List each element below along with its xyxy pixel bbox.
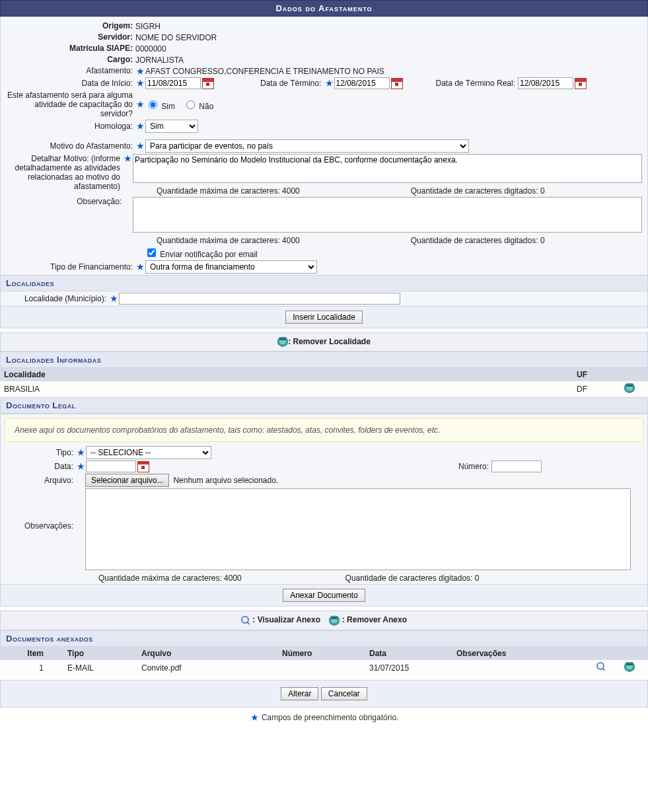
localidade-input[interactable] <box>119 293 400 305</box>
observacao-label: Observação: <box>1 197 124 206</box>
col-obs: Observações <box>452 647 593 660</box>
cell-data: 31/07/2015 <box>365 660 452 676</box>
origem-label: Origem: <box>1 21 135 31</box>
info-text: Anexe aqui os documentos comprobatórios … <box>5 418 643 442</box>
cargo-label: Cargo: <box>1 55 135 65</box>
calendar-icon[interactable] <box>202 78 214 89</box>
financiamento-label: Tipo de Financiamento: <box>1 262 135 272</box>
servidor-value: NOME DO SERVIDOR <box>135 33 217 42</box>
doc-data-input[interactable] <box>86 461 136 472</box>
col-arquivo: Arquivo <box>137 647 278 660</box>
radio-sim[interactable]: Sim <box>145 98 175 111</box>
cell-arquivo: Convite.pdf <box>137 660 278 676</box>
afastamento-label: Afastamento: <box>1 66 135 76</box>
data-termino-real-label: Data de Término Real: <box>436 79 519 89</box>
homologa-select[interactable]: Sim <box>145 120 198 133</box>
calendar-icon[interactable] <box>137 461 149 472</box>
doc-arquivo-label: Arquivo: <box>1 476 76 486</box>
data-termino-input[interactable] <box>334 77 390 89</box>
doc-data-label: Data: <box>1 462 76 472</box>
section-localidades-informadas: Localidades Informadas <box>0 351 648 368</box>
calendar-icon[interactable] <box>391 78 403 89</box>
detalhar-textarea[interactable] <box>133 154 642 183</box>
data-termino-label: Data de Término: <box>260 79 324 89</box>
typed-chars-label: Quantidade de caracteres digitados: 0 <box>411 235 638 245</box>
remove-localidade-icon[interactable] <box>624 383 635 393</box>
col-item: Item <box>0 647 63 660</box>
required-star: ★ <box>135 67 145 76</box>
notify-checkbox[interactable]: Enviar notificação por email <box>145 246 258 259</box>
documentos-table: Item Tipo Arquivo Número Data Observaçõe… <box>0 647 648 676</box>
footnote: ★ Campos de preenchimento obrigatório. <box>0 708 648 727</box>
required-star: ★ <box>135 262 145 272</box>
required-star: ★ <box>109 294 119 303</box>
table-row: BRASILIA DF <box>0 381 648 397</box>
cell-tipo: E-MAIL <box>63 660 137 676</box>
selecionar-arquivo-button[interactable]: Selecionar arquivo... <box>85 474 169 487</box>
afastamento-value: AFAST CONGRESSO,CONFERENCIA E TREINAMENT… <box>145 67 384 76</box>
financiamento-select[interactable]: Outra forma de financiamento <box>145 260 317 274</box>
max-chars-label: Quantidade máxima de caracteres: 4000 <box>133 235 411 245</box>
view-attachment-icon[interactable] <box>596 662 606 671</box>
observacao-textarea[interactable] <box>133 197 642 233</box>
matricula-value: 0000000 <box>135 44 166 54</box>
calendar-icon[interactable] <box>575 78 587 89</box>
alterar-button[interactable]: Alterar <box>281 687 318 700</box>
localidades-table: Localidade UF BRASILIA DF <box>0 368 648 397</box>
form-panel: Origem: SIGRH Servidor: NOME DO SERVIDOR… <box>0 17 648 328</box>
section-documentos-anexados: Documentos anexados <box>0 630 648 647</box>
matricula-label: Matrícula SIAPE: <box>1 44 135 54</box>
homologa-label: Homologa: <box>1 122 135 131</box>
doc-tipo-select[interactable]: -- SELECIONE -- <box>86 446 211 459</box>
col-uf: UF <box>573 368 620 381</box>
cell-obs <box>452 660 593 676</box>
table-row: 1 E-MAIL Convite.pdf 31/07/2015 <box>0 660 648 676</box>
doc-numero-label: Número: <box>458 462 489 471</box>
remove-attachment-icon[interactable] <box>624 662 635 672</box>
capacitacao-label: Este afastamento será para alguma ativid… <box>1 91 135 118</box>
col-data: Data <box>365 647 452 660</box>
anexar-documento-button[interactable]: Anexar Documento <box>283 589 365 602</box>
doc-obs-textarea[interactable] <box>85 488 631 570</box>
required-star: ★ <box>250 713 260 722</box>
data-inicio-input[interactable] <box>145 77 201 89</box>
doc-numero-input[interactable] <box>491 461 542 472</box>
cell-item: 1 <box>0 660 63 676</box>
col-localidade: Localidade <box>0 368 573 381</box>
detalhar-label: Detalhar Motivo: (informe detalhadamente… <box>1 154 123 191</box>
required-star: ★ <box>76 462 86 471</box>
localidade-label: Localidade (Município): <box>1 294 109 304</box>
cancelar-button[interactable]: Cancelar <box>321 687 367 700</box>
arquivo-status: Nenhum arquivo selecionado. <box>173 476 278 485</box>
doc-tipo-label: Tipo: <box>1 448 76 458</box>
page-title: Dados do Afastamento <box>0 0 648 17</box>
cell-uf: DF <box>573 381 620 397</box>
data-termino-real-input[interactable] <box>518 77 573 89</box>
required-star: ★ <box>135 100 145 109</box>
inserir-localidade-button[interactable]: Inserir Localidade <box>285 311 363 324</box>
cell-numero <box>278 660 365 676</box>
section-localidades: Localidades <box>1 275 647 291</box>
magnifier-icon <box>241 616 250 625</box>
cargo-value: JORNALISTA <box>135 55 184 65</box>
action-bar: Alterar Cancelar <box>0 680 648 708</box>
required-star: ★ <box>76 448 86 457</box>
required-star: ★ <box>135 141 145 151</box>
origem-value: SIGRH <box>135 22 161 31</box>
typed-chars-label: Quantidade de caracteres digitados: 0 <box>345 572 627 583</box>
servidor-label: Servidor: <box>1 32 135 42</box>
doc-obs-label: Observações: <box>1 488 76 531</box>
notify-label: Enviar notificação por email <box>160 250 257 259</box>
data-inicio-label: Data de Início: <box>1 79 135 89</box>
motivo-select[interactable]: Para participar de eventos, no país <box>145 139 469 153</box>
col-numero: Número <box>278 647 365 660</box>
cell-localidade: BRASILIA <box>0 381 573 397</box>
motivo-label: Motivo do Afastamento: <box>1 141 135 151</box>
required-star: ★ <box>324 79 334 88</box>
required-star: ★ <box>123 154 133 163</box>
radio-nao[interactable]: Não <box>183 98 213 111</box>
trash-icon <box>329 616 340 626</box>
legend-anexos: : Visualizar Anexo : Remover Anexo <box>0 610 648 630</box>
trash-icon <box>277 337 288 347</box>
typed-chars-label: Quantidade de caracteres digitados: 0 <box>411 185 638 196</box>
